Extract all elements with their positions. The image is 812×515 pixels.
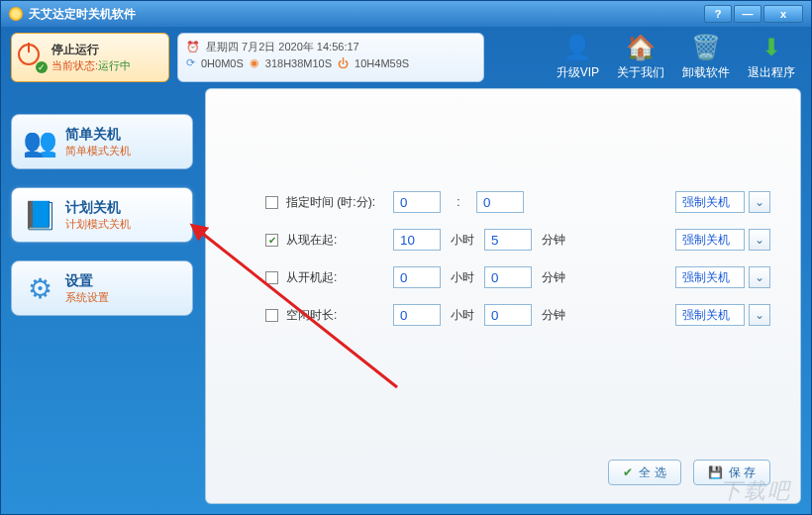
row-label: 空闲时长: — [286, 307, 385, 324]
row-from-now: ✔ 从现在起: 小时 分钟 强制关机 ⌄ — [265, 226, 770, 254]
about-button[interactable]: 🏠 关于我们 — [617, 33, 664, 82]
people-icon: 👥 — [22, 124, 57, 159]
colon: : — [449, 195, 468, 209]
toolbar: 👤 升级VIP 🏠 关于我们 🗑️ 卸载软件 ⬇ 退出程序 — [557, 33, 801, 82]
check-icon: ✔ — [623, 465, 633, 479]
unit-min: 分钟 — [540, 269, 567, 286]
gear-icon: ⚙ — [22, 270, 57, 306]
sidebar-item-sub: 计划模式关机 — [65, 217, 131, 232]
info-panel: ⏰ 星期四 7月2日 2020年 14:56:17 ⟳0H0M0S ◉318H3… — [177, 33, 484, 82]
status-value: 运行中 — [98, 59, 131, 71]
sidebar-item-settings[interactable]: ⚙ 设置 系统设置 — [11, 260, 193, 316]
sidebar-item-label: 设置 — [65, 272, 109, 290]
refresh-icon: ⟳ — [186, 56, 195, 69]
timer-1: 0H0M0S — [201, 57, 244, 69]
help-button[interactable]: ? — [704, 5, 732, 23]
sidebar-item-label: 简单关机 — [65, 126, 131, 144]
checkbox[interactable] — [265, 196, 278, 209]
action-select[interactable]: 强制关机 — [675, 266, 745, 288]
minimize-button[interactable]: — — [734, 5, 761, 23]
action-select[interactable]: 强制关机 — [675, 304, 745, 326]
uninstall-button[interactable]: 🗑️ 卸载软件 — [682, 33, 730, 82]
select-all-button[interactable]: ✔ 全 选 — [608, 460, 680, 485]
stop-title: 停止运行 — [51, 42, 131, 58]
hour-input[interactable] — [393, 229, 441, 251]
titlebar: 天艾达定时关机软件 ? — x — [1, 1, 811, 27]
hour-input[interactable] — [393, 266, 441, 288]
dot-icon: ◉ — [250, 56, 259, 69]
arrow-down-icon: ⬇ — [757, 33, 786, 62]
row-label: 指定时间 (时:分): — [286, 194, 385, 211]
minute-input[interactable] — [484, 266, 532, 288]
unit-hour: 小时 — [449, 269, 476, 286]
clock-icon: ⏰ — [186, 41, 200, 53]
date-text: 星期四 7月2日 2020年 14:56:17 — [206, 40, 359, 54]
row-label: 从开机起: — [286, 269, 385, 286]
row-specified-time: 指定时间 (时:分): : 强制关机 ⌄ — [265, 188, 770, 216]
unit-min: 分钟 — [540, 232, 567, 249]
minute-input[interactable] — [476, 191, 524, 213]
status-label: 当前状态: — [51, 59, 98, 71]
sidebar-item-sub: 简单模式关机 — [65, 144, 131, 158]
exit-button[interactable]: ⬇ 退出程序 — [748, 33, 795, 82]
power-icon: ✓ — [18, 44, 46, 71]
chevron-down-icon[interactable]: ⌄ — [749, 229, 770, 251]
chevron-down-icon[interactable]: ⌄ — [749, 304, 770, 326]
unit-hour: 小时 — [449, 232, 476, 249]
notepad-icon: 📘 — [22, 197, 57, 233]
home-icon: 🏠 — [626, 33, 656, 62]
chevron-down-icon[interactable]: ⌄ — [749, 266, 770, 288]
application-window: 天艾达定时关机软件 ? — x ✓ 停止运行 当前状态:运行中 ⏰ 星期四 7月… — [0, 0, 812, 515]
sidebar-item-label: 计划关机 — [65, 199, 131, 217]
upgrade-vip-button[interactable]: 👤 升级VIP — [557, 33, 599, 82]
trash-icon: 🗑️ — [691, 33, 721, 62]
vip-icon: 👤 — [562, 33, 592, 62]
checkbox[interactable]: ✔ — [265, 234, 278, 247]
minute-input[interactable] — [484, 229, 532, 251]
checkbox[interactable] — [265, 309, 278, 322]
hour-input[interactable] — [393, 304, 441, 326]
sidebar-item-sub: 系统设置 — [65, 290, 109, 305]
sidebar-item-plan[interactable]: 📘 计划关机 计划模式关机 — [11, 187, 193, 243]
power-small-icon: ⏻ — [338, 57, 349, 69]
window-controls: ? — x — [704, 5, 803, 23]
body: 👥 简单关机 简单模式关机 📘 计划关机 计划模式关机 ⚙ 设置 系统设置 — [11, 88, 801, 504]
minute-input[interactable] — [484, 304, 532, 326]
action-select[interactable]: 强制关机 — [675, 191, 745, 213]
timer-2: 318H38M10S — [265, 57, 332, 69]
stop-run-button[interactable]: ✓ 停止运行 当前状态:运行中 — [11, 33, 169, 82]
hour-input[interactable] — [393, 191, 441, 213]
sidebar-item-simple[interactable]: 👥 简单关机 简单模式关机 — [11, 114, 193, 169]
chevron-down-icon[interactable]: ⌄ — [749, 191, 770, 213]
main-panel: 指定时间 (时:分): : 强制关机 ⌄ ✔ 从现在起: 小时 分钟 — [205, 88, 801, 504]
watermark: 下载吧 — [720, 476, 791, 506]
timer-3: 10H4M59S — [355, 57, 409, 69]
close-button[interactable]: x — [763, 5, 803, 23]
checkbox[interactable] — [265, 271, 278, 284]
app-icon — [9, 7, 23, 21]
row-label: 从现在起: — [286, 232, 385, 249]
unit-hour: 小时 — [449, 307, 476, 324]
row-from-boot: 从开机起: 小时 分钟 强制关机 ⌄ — [265, 263, 770, 291]
app-title: 天艾达定时关机软件 — [29, 6, 136, 23]
action-select[interactable]: 强制关机 — [675, 229, 745, 251]
unit-min: 分钟 — [540, 307, 567, 324]
row-idle-time: 空闲时长: 小时 分钟 强制关机 ⌄ — [265, 301, 770, 329]
sidebar: 👥 简单关机 简单模式关机 📘 计划关机 计划模式关机 ⚙ 设置 系统设置 — [11, 88, 193, 504]
topbar: ✓ 停止运行 当前状态:运行中 ⏰ 星期四 7月2日 2020年 14:56:1… — [11, 33, 801, 82]
